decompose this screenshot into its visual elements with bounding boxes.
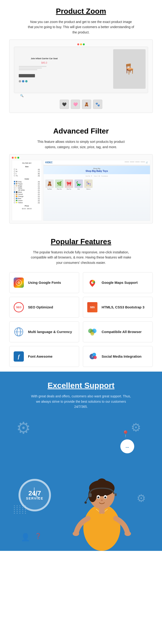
kidec-product-3: 🎀 Bow Toy	[65, 180, 73, 190]
html5-icon: 5B5	[87, 302, 98, 313]
color-white: White(4)	[14, 187, 40, 189]
svg-point-27	[104, 496, 106, 498]
zoom-thumb-2[interactable]: 🩷	[71, 100, 80, 109]
kidec-product-name-1: Toy Bear	[47, 188, 52, 190]
user-icon-1: 👤	[21, 533, 30, 542]
seo-badge: SEO	[14, 302, 24, 312]
fontawesome-label: Font Awesome	[28, 354, 53, 359]
svg-point-18	[33, 494, 35, 496]
size-l: L(6)	[14, 173, 40, 174]
color-taupe: Taupe(2)	[14, 183, 40, 185]
zoom-thumb-3[interactable]: 🧸	[82, 100, 91, 109]
svg-point-26	[97, 496, 99, 498]
dots-decoration: // Generate dots inline document.current…	[14, 505, 27, 514]
svg-point-32	[84, 502, 87, 504]
color-orange: Orange(1)	[14, 196, 40, 197]
product-zoom-title: Product Zoom	[9, 7, 153, 16]
nav-dot-3	[135, 162, 140, 162]
zoom-magnify-icon: 🔍	[20, 94, 24, 97]
filter-dot-red	[12, 157, 14, 158]
popular-features-section: Popular Features The popular features in…	[0, 228, 162, 372]
color-blue: Blue(1)	[14, 198, 40, 199]
zoom-circle-teal	[25, 80, 27, 82]
popular-features-title: Popular Features	[9, 237, 153, 246]
nav-dot-2	[130, 162, 135, 162]
svg-rect-29	[89, 493, 92, 497]
svg-point-10	[90, 332, 94, 336]
social-icon: f t	[87, 351, 98, 362]
browser-icon	[87, 326, 98, 338]
product-zoom-description: Now you can zoom the product and get to …	[28, 19, 134, 35]
gear-top-left-icon: ⚙	[16, 418, 31, 438]
price-range: $0.00 - $99.00	[14, 208, 40, 210]
feature-card-browser: Compatibile All Browser	[83, 322, 153, 342]
filter-dot-green	[17, 157, 19, 158]
browser-label: Compatibile All Browser	[102, 330, 142, 334]
feature-card-fontawesome: f Font Awesome	[9, 346, 79, 367]
feature-card-seo: SEO SEO Optimized	[9, 297, 79, 318]
zoom-add-to-cart[interactable]	[19, 74, 35, 77]
kidec-product-img-5: 🎠	[84, 180, 92, 188]
color-group-title: Color	[14, 178, 40, 180]
zoom-product-info: Joie Infant Carrier Car Seat $45.0	[19, 57, 70, 82]
kidec-product-img-4: 🦕	[75, 180, 83, 188]
kidec-product-name-5: Ride-on	[86, 188, 90, 190]
color-green: Green(2)	[14, 200, 40, 201]
svg-text:t: t	[93, 354, 94, 356]
support-person	[70, 440, 134, 551]
filter-dot-yellow	[14, 157, 16, 158]
support-title: Excellent Support	[9, 381, 153, 390]
size-group-title: Size	[14, 166, 40, 168]
color-beige: Beige(1)	[14, 185, 40, 187]
gear-bottom-right-icon: ⚙	[137, 492, 146, 504]
svg-point-13	[93, 356, 97, 359]
svg-rect-30	[115, 493, 117, 496]
feature-card-social: f t Social Media Integration	[83, 346, 153, 367]
nav-dot-4	[141, 162, 145, 162]
kidec-product-img-3: 🎀	[65, 180, 73, 188]
kidec-product-name-3: Bow Toy	[67, 188, 71, 190]
multilang-icon	[13, 326, 24, 338]
dot-red	[77, 44, 79, 45]
kidec-product-4: 🦕 Dino	[75, 180, 83, 190]
zoom-desc	[19, 66, 70, 71]
window-dots	[77, 44, 85, 45]
color-yellow: Yellow(2)	[14, 202, 40, 204]
question-icon: ❓	[35, 533, 42, 542]
kidec-store: KIDEC 🛒 Shop Big S	[44, 160, 150, 221]
svg-point-33	[73, 531, 79, 536]
kidec-product-2: 🌿 Plant Toy	[55, 180, 63, 190]
nav-dot-1	[125, 162, 129, 162]
svg-point-23	[97, 478, 107, 489]
zoom-circle-blue	[22, 80, 24, 82]
zoom-thumb-4[interactable]: 🐾	[93, 100, 102, 109]
price-group-title: Price	[14, 205, 40, 207]
svg-point-34	[125, 531, 131, 536]
color-black: Black(1)	[14, 191, 40, 193]
kidec-product-5: 🎠 Ride-on	[84, 180, 92, 190]
kidec-product-name-4: Dino	[78, 188, 80, 190]
zoom-thumbnails: 🖤 🩷 🧸 🐾	[60, 100, 102, 109]
zoom-thumb-1[interactable]: 🖤	[60, 100, 69, 109]
filter-mockup-box: FILTER BY Size S(4) M(7) L(6) XL(3) Co	[9, 154, 153, 224]
feature-card-html5: 5B5 HTML5, CSS3 Bootstrap 3	[83, 297, 153, 318]
html5-label: HTML5, CSS3 Bootstrap 3	[102, 305, 144, 310]
size-s: S(4)	[14, 168, 40, 170]
html5-badge: 5B5	[87, 302, 97, 312]
color-offwhite: Off White(1)	[14, 189, 40, 191]
zoom-product-name: Joie Infant Carrier Car Seat	[19, 57, 70, 60]
kidec-product-name-2: Plant Toy	[57, 188, 62, 190]
multilang-label: Multi language & Currency	[28, 330, 72, 334]
filter-window-dots	[12, 157, 150, 158]
seo-label: SEO Optimized	[28, 305, 53, 310]
color-gray: Gray(4)	[14, 181, 40, 182]
svg-line-31	[86, 496, 89, 502]
fontawesome-badge: f	[14, 352, 24, 362]
bottom-user-icons: 👤 ❓	[21, 533, 42, 542]
popular-features-description: The popular features include fully respo…	[30, 250, 132, 265]
google-fonts-icon: G	[13, 277, 24, 288]
kidec-sort-bar: Sort By: ▼ View: ≡ ⊞ 8 products	[44, 174, 150, 178]
gear-top-right-icon: ⚙	[131, 421, 141, 434]
support-section: Excellent Support With great deals and o…	[0, 372, 162, 551]
kidec-product-img-1: 🧸	[45, 180, 54, 188]
